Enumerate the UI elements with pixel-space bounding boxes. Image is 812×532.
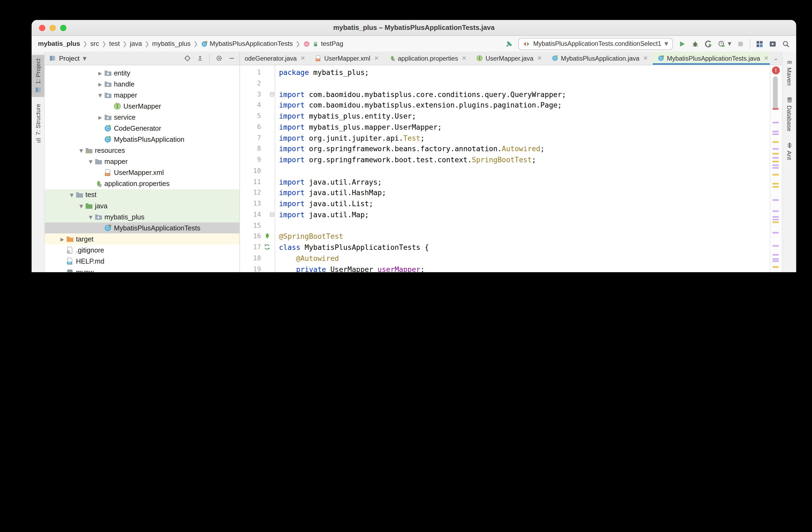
minimize-window-button[interactable]: [49, 25, 56, 31]
zoom-window-button[interactable]: [60, 25, 66, 31]
error-stripe-mark[interactable]: [772, 164, 779, 166]
settings-gear-icon[interactable]: [216, 55, 222, 61]
tool-stripe-item[interactable]: mMaven: [785, 55, 794, 89]
error-stripe-mark[interactable]: [772, 133, 779, 135]
error-stripe-mark[interactable]: [772, 148, 779, 150]
tree-collapsed-arrow-icon[interactable]: ▶: [97, 115, 104, 120]
error-stripe-mark[interactable]: [772, 153, 779, 154]
code-line[interactable]: 5import mybatis_plus.entity.User;: [240, 111, 770, 122]
tree-row[interactable]: .gitignore: [45, 245, 240, 256]
code-line[interactable]: 7import org.junit.jupiter.api.Test;: [240, 133, 770, 144]
error-stripe-mark[interactable]: [772, 174, 779, 175]
tree-row[interactable]: IUserMapper: [45, 101, 240, 112]
tool-stripe-item[interactable]: Database: [785, 92, 794, 135]
run-window-icon[interactable]: [769, 40, 777, 48]
tool-stripe-item[interactable]: 7: Structure: [33, 100, 42, 148]
error-count-badge[interactable]: !: [772, 66, 780, 74]
fold-marker-icon[interactable]: [270, 212, 274, 217]
error-stripe-mark[interactable]: [772, 157, 779, 159]
code-editor[interactable]: 1package mybatis_plus;23import com.baomi…: [240, 65, 770, 272]
code-line[interactable]: 19 private UserMapper userMapper;: [240, 264, 770, 272]
close-window-button[interactable]: [39, 25, 45, 31]
coverage-icon[interactable]: [705, 40, 712, 48]
tree-expanded-arrow-icon[interactable]: ▼: [78, 148, 85, 153]
breadcrumb-item[interactable]: mybatis_plus: [152, 40, 191, 47]
tree-row[interactable]: ›mvnw: [45, 267, 240, 272]
tree-row[interactable]: CCodeGenerator: [45, 123, 240, 134]
code-line[interactable]: 14import java.util.Map;: [240, 209, 770, 220]
tree-row[interactable]: ▼resources: [45, 145, 240, 156]
tool-stripe-item[interactable]: Ant: [785, 138, 794, 163]
editor-tab[interactable]: CMybatisPlusApplicationTests.java✕: [653, 52, 770, 65]
error-stripe-mark[interactable]: [772, 260, 779, 262]
editor-tab[interactable]: IUserMapper.java✕: [471, 52, 547, 65]
error-stripe-mark[interactable]: [772, 183, 779, 184]
tree-expanded-arrow-icon[interactable]: ▼: [78, 203, 85, 209]
locate-icon[interactable]: [184, 55, 191, 61]
error-stripe-mark[interactable]: [772, 167, 779, 168]
run-icon[interactable]: [678, 40, 686, 48]
breadcrumb-item[interactable]: src: [90, 40, 99, 47]
breadcrumb-item[interactable]: CMybatisPlusApplicationTests: [201, 40, 293, 47]
tree-row[interactable]: ▶service: [45, 112, 240, 123]
tree-row[interactable]: ▼mapper: [45, 89, 240, 101]
code-line[interactable]: 12import java.util.HashMap;: [240, 187, 770, 198]
spring-leaf-icon[interactable]: [264, 232, 271, 239]
tree-row[interactable]: ▼mapper: [45, 156, 240, 167]
breadcrumb-item[interactable]: mtestPag: [303, 40, 343, 47]
code-line[interactable]: 9import org.springframework.boot.test.co…: [240, 154, 770, 165]
build-hammer-icon[interactable]: [505, 40, 513, 48]
fold-marker-icon[interactable]: [270, 92, 274, 96]
tree-row[interactable]: ▼java: [45, 200, 240, 211]
close-tab-icon[interactable]: ✕: [537, 55, 542, 61]
tree-collapsed-arrow-icon[interactable]: ▶: [97, 70, 104, 76]
tree-collapsed-arrow-icon[interactable]: ▶: [97, 82, 104, 87]
tree-expanded-arrow-icon[interactable]: ▼: [97, 92, 104, 98]
error-stripe-mark[interactable]: [772, 221, 779, 223]
error-stripe-mark[interactable]: [772, 199, 779, 201]
error-stripe-mark[interactable]: [772, 266, 779, 268]
error-stripe-mark[interactable]: [772, 131, 779, 132]
search-icon[interactable]: [782, 40, 790, 48]
debug-icon[interactable]: [691, 40, 699, 48]
code-line[interactable]: 15: [240, 220, 770, 231]
tree-expanded-arrow-icon[interactable]: ▼: [87, 159, 95, 164]
code-line[interactable]: 11import java.util.Arrays;: [240, 176, 770, 187]
code-line[interactable]: 4import com.baomidou.mybatisplus.extensi…: [240, 100, 770, 111]
close-tab-icon[interactable]: ✕: [462, 55, 467, 61]
close-tab-icon[interactable]: ✕: [300, 55, 305, 61]
code-line[interactable]: 6import mybatis_plus.mapper.UserMapper;: [240, 121, 770, 133]
error-stripe-mark[interactable]: [772, 186, 779, 187]
close-tab-icon[interactable]: ✕: [643, 55, 648, 61]
chevron-down-icon[interactable]: ▼: [83, 56, 87, 61]
error-stripe-mark[interactable]: [772, 108, 779, 109]
error-stripe-mark[interactable]: [772, 254, 779, 255]
stop-dim-icon[interactable]: [737, 40, 744, 48]
tree-row[interactable]: <>UserMapper.xml: [45, 167, 240, 178]
run-configuration-select[interactable]: MybatisPlusApplicationTests.conditionSel…: [519, 38, 673, 50]
editor-tab[interactable]: application.properties✕: [383, 52, 471, 65]
project-panel-title[interactable]: Project: [59, 55, 79, 62]
rerun-green-icon[interactable]: [264, 243, 271, 250]
error-stripe-mark[interactable]: [772, 232, 779, 233]
code-line[interactable]: 17class MybatisPlusApplicationTests {: [240, 242, 770, 253]
layout-icon[interactable]: [756, 40, 764, 48]
hide-icon[interactable]: [228, 55, 235, 61]
error-stripe-mark[interactable]: [772, 141, 779, 143]
breadcrumb-item[interactable]: java: [130, 40, 142, 47]
tree-row[interactable]: ▼mybatis_plus: [45, 211, 240, 222]
tree-row[interactable]: application.properties: [45, 178, 240, 189]
tree-row[interactable]: MDHELP.md: [45, 256, 240, 267]
error-stripe-mark[interactable]: [772, 245, 779, 246]
code-line[interactable]: 8import org.springframework.beans.factor…: [240, 143, 770, 154]
editor-tab[interactable]: odeGenerator.java✕: [240, 52, 310, 65]
error-stripe-mark[interactable]: [772, 210, 779, 211]
tree-row[interactable]: ▼test: [45, 189, 240, 200]
tool-stripe-item[interactable]: 1: Project: [31, 55, 44, 97]
code-line[interactable]: 13import java.util.List;: [240, 198, 770, 209]
error-stripe-mark[interactable]: [772, 219, 779, 220]
code-line[interactable]: 10: [240, 165, 770, 177]
editor-scrollbar-thumb[interactable]: [773, 76, 778, 110]
tree-row[interactable]: ▶handle: [45, 78, 240, 89]
code-line[interactable]: 18 @Autowired: [240, 253, 770, 264]
